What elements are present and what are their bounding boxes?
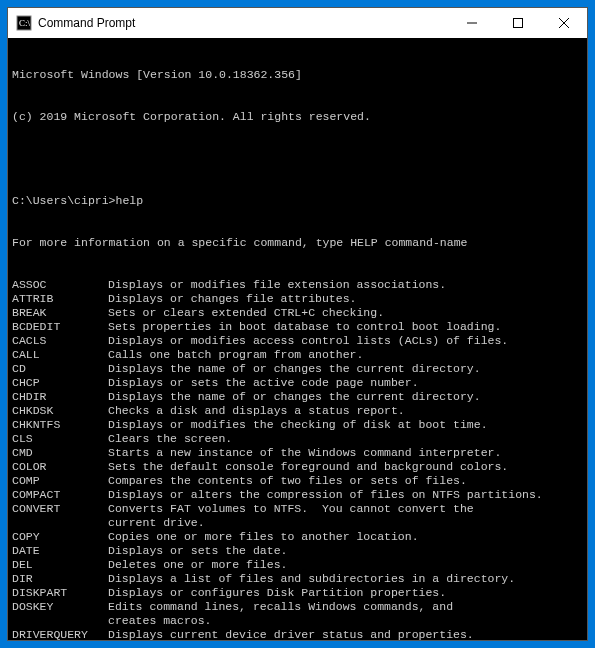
- prompt-line: C:\Users\cipri>help: [12, 194, 583, 208]
- command-description: Copies one or more files to another loca…: [108, 530, 583, 544]
- command-description: Deletes one or more files.: [108, 558, 583, 572]
- command-row: DELDeletes one or more files.: [12, 558, 583, 572]
- command-description-continuation: current drive.: [12, 516, 583, 530]
- command-name: BREAK: [12, 306, 108, 320]
- close-icon: [559, 18, 569, 28]
- prompt-path: C:\Users\cipri>: [12, 194, 116, 207]
- command-row: ASSOCDisplays or modifies file extension…: [12, 278, 583, 292]
- command-description: Displays a list of files and subdirector…: [108, 572, 583, 586]
- command-name: CHDIR: [12, 390, 108, 404]
- command-description: Clears the screen.: [108, 432, 583, 446]
- command-name: COMP: [12, 474, 108, 488]
- command-row: CALLCalls one batch program from another…: [12, 348, 583, 362]
- command-name: COMPACT: [12, 488, 108, 502]
- command-name: CHKNTFS: [12, 418, 108, 432]
- minimize-button[interactable]: [449, 8, 495, 38]
- command-name: DISKPART: [12, 586, 108, 600]
- command-description: Edits command lines, recalls Windows com…: [108, 600, 583, 614]
- terminal-output[interactable]: Microsoft Windows [Version 10.0.18362.35…: [8, 38, 587, 640]
- maximize-button[interactable]: [495, 8, 541, 38]
- command-row: BREAKSets or clears extended CTRL+C chec…: [12, 306, 583, 320]
- command-description: Starts a new instance of the Windows com…: [108, 446, 583, 460]
- command-row: DRIVERQUERYDisplays current device drive…: [12, 628, 583, 640]
- command-name: CACLS: [12, 334, 108, 348]
- command-description: Displays or sets the active code page nu…: [108, 376, 583, 390]
- command-description: Displays or modifies access control list…: [108, 334, 583, 348]
- command-row: COPYCopies one or more files to another …: [12, 530, 583, 544]
- command-description-continuation: creates macros.: [12, 614, 583, 628]
- help-intro: For more information on a specific comma…: [12, 236, 583, 250]
- command-row: DIRDisplays a list of files and subdirec…: [12, 572, 583, 586]
- command-description: Converts FAT volumes to NTFS. You cannot…: [108, 502, 583, 516]
- command-name: CHCP: [12, 376, 108, 390]
- command-description: Sets the default console foreground and …: [108, 460, 583, 474]
- command-description: Sets or clears extended CTRL+C checking.: [108, 306, 583, 320]
- blank-line: [12, 152, 583, 166]
- command-row: COMPACTDisplays or alters the compressio…: [12, 488, 583, 502]
- command-description: Displays or sets the date.: [108, 544, 583, 558]
- command-row: CHCPDisplays or sets the active code pag…: [12, 376, 583, 390]
- command-prompt-window: C:\ Command Prompt Microsoft Windows [Ve…: [8, 8, 587, 640]
- command-name: DOSKEY: [12, 600, 108, 614]
- command-name: COLOR: [12, 460, 108, 474]
- command-row: ATTRIBDisplays or changes file attribute…: [12, 292, 583, 306]
- copyright-line: (c) 2019 Microsoft Corporation. All righ…: [12, 110, 583, 124]
- command-description: Checks a disk and displays a status repo…: [108, 404, 583, 418]
- command-row: CMDStarts a new instance of the Windows …: [12, 446, 583, 460]
- command-row: CONVERTConverts FAT volumes to NTFS. You…: [12, 502, 583, 516]
- command-list: ASSOCDisplays or modifies file extension…: [12, 278, 583, 640]
- command-name: BCDEDIT: [12, 320, 108, 334]
- command-name: COPY: [12, 530, 108, 544]
- command-name: CONVERT: [12, 502, 108, 516]
- command-description: Calls one batch program from another.: [108, 348, 583, 362]
- svg-text:C:\: C:\: [19, 18, 31, 28]
- command-name: DEL: [12, 558, 108, 572]
- window-controls: [449, 8, 587, 38]
- command-name: CLS: [12, 432, 108, 446]
- command-description: Displays the name of or changes the curr…: [108, 390, 583, 404]
- command-description: Displays or modifies the checking of dis…: [108, 418, 583, 432]
- command-description: Displays current device driver status an…: [108, 628, 583, 640]
- command-name: CHKDSK: [12, 404, 108, 418]
- command-row: BCDEDITSets properties in boot database …: [12, 320, 583, 334]
- command-row: COLORSets the default console foreground…: [12, 460, 583, 474]
- command-row: DISKPARTDisplays or configures Disk Part…: [12, 586, 583, 600]
- command-row: CHDIRDisplays the name of or changes the…: [12, 390, 583, 404]
- command-row: DOSKEYEdits command lines, recalls Windo…: [12, 600, 583, 614]
- command-row: CHKNTFSDisplays or modifies the checking…: [12, 418, 583, 432]
- command-description: Displays the name of or changes the curr…: [108, 362, 583, 376]
- command-name: DIR: [12, 572, 108, 586]
- command-description: Sets properties in boot database to cont…: [108, 320, 583, 334]
- command-description: Displays or modifies file extension asso…: [108, 278, 583, 292]
- app-icon: C:\: [16, 15, 32, 31]
- svg-rect-3: [514, 19, 523, 28]
- command-row: CHKDSKChecks a disk and displays a statu…: [12, 404, 583, 418]
- command-row: DATEDisplays or sets the date.: [12, 544, 583, 558]
- command-description: Compares the contents of two files or se…: [108, 474, 583, 488]
- command-description: Displays or configures Disk Partition pr…: [108, 586, 583, 600]
- command-row: CACLSDisplays or modifies access control…: [12, 334, 583, 348]
- command-name: CD: [12, 362, 108, 376]
- command-name: DRIVERQUERY: [12, 628, 108, 640]
- command-name: DATE: [12, 544, 108, 558]
- command-row: CLSClears the screen.: [12, 432, 583, 446]
- command-row: COMPCompares the contents of two files o…: [12, 474, 583, 488]
- command-description: Displays or changes file attributes.: [108, 292, 583, 306]
- titlebar[interactable]: C:\ Command Prompt: [8, 8, 587, 38]
- command-name: ASSOC: [12, 278, 108, 292]
- command-name: CALL: [12, 348, 108, 362]
- close-button[interactable]: [541, 8, 587, 38]
- maximize-icon: [513, 18, 523, 28]
- command-name: ATTRIB: [12, 292, 108, 306]
- window-title: Command Prompt: [38, 16, 449, 30]
- command-description: Displays or alters the compression of fi…: [108, 488, 583, 502]
- command-row: CDDisplays the name of or changes the cu…: [12, 362, 583, 376]
- prompt-command: help: [116, 194, 144, 207]
- version-line: Microsoft Windows [Version 10.0.18362.35…: [12, 68, 583, 82]
- minimize-icon: [467, 18, 477, 28]
- command-name: CMD: [12, 446, 108, 460]
